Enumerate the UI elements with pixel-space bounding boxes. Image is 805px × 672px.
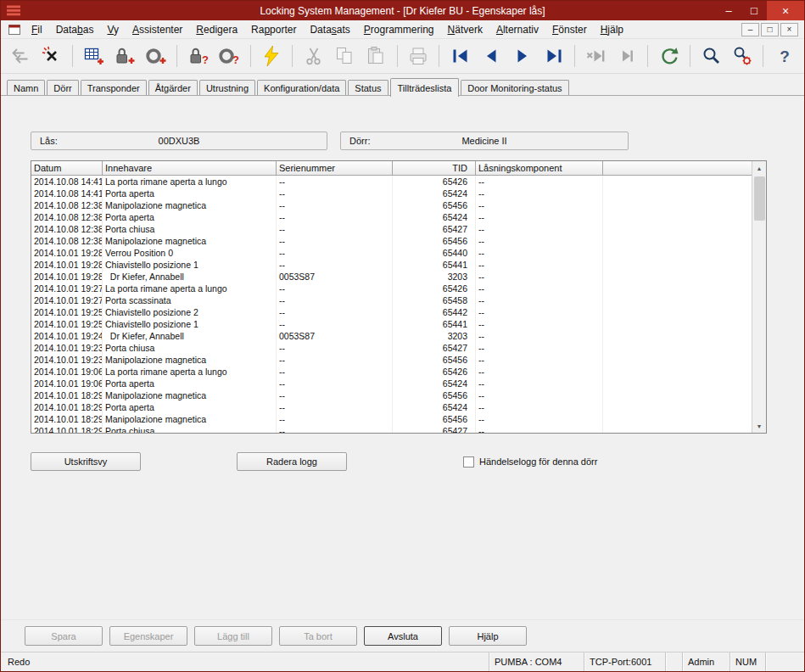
refresh-icon[interactable] <box>656 43 682 70</box>
cell-serienummer: -- <box>277 354 393 366</box>
table-row[interactable]: 2014.10.01 18:29Manipolazione magnetica-… <box>31 389 753 401</box>
read-lock-icon[interactable]: ? <box>185 43 211 70</box>
cell-serienummer: -- <box>277 199 393 211</box>
toolbar-separator <box>647 45 648 67</box>
tab-strip: NamnDörrTransponderÅtgärderUtrustningKon… <box>1 74 804 96</box>
vertical-scrollbar[interactable]: ▲ ▼ <box>752 161 766 433</box>
column-header-innehavare[interactable]: Innehavare <box>103 161 277 176</box>
table-row[interactable]: 2014.10.08 12:38Porta chiusa--65427-- <box>31 223 753 235</box>
nav-next-icon[interactable] <box>510 43 536 70</box>
menu-databas[interactable]: Databas <box>49 21 101 38</box>
nav-first-icon[interactable] <box>447 43 473 70</box>
field-row: Lås: 00DXU3B Dörr: Medicine II <box>1 96 804 150</box>
tab-transponder[interactable]: Transponder <box>81 80 147 96</box>
table-row[interactable]: 2014.10.08 12:38Porta aperta--65424-- <box>31 211 753 223</box>
clear-log-button[interactable]: Radera logg <box>237 452 347 471</box>
tab-utrustning[interactable]: Utrustning <box>199 80 255 96</box>
child-restore-button[interactable]: □ <box>761 23 779 36</box>
column-header-lasningskomponent[interactable]: Låsningskomponent <box>476 161 603 176</box>
menu-vy[interactable]: Vy <box>100 21 126 38</box>
table-row[interactable]: 2014.10.01 19:25Chiavistello posizione 2… <box>31 306 753 318</box>
cell-tid: 65441 <box>393 259 476 271</box>
table-row[interactable]: 2014.10.01 18:29Porta aperta--65424-- <box>31 401 753 413</box>
menu-redigera[interactable]: Redigera <box>189 21 244 38</box>
scroll-thumb[interactable] <box>754 176 765 221</box>
menu-natverk[interactable]: Nätverk <box>441 21 489 38</box>
menu-programmering[interactable]: Programmering <box>357 21 441 38</box>
menu-fil[interactable]: Fil <box>25 21 49 38</box>
tab-door-monitoring-status[interactable]: Door Monitoring-status <box>461 80 568 96</box>
column-header-tid[interactable]: TID <box>393 161 476 176</box>
table-row[interactable]: 2014.10.08 12:38Manipolazione magnetica-… <box>31 199 753 211</box>
tab-status[interactable]: Status <box>348 80 388 96</box>
tab-konfiguration-data[interactable]: Konfiguration/data <box>257 80 346 96</box>
column-header-blank[interactable] <box>603 161 753 176</box>
tab-dorr[interactable]: Dörr <box>47 80 78 96</box>
table-row[interactable]: 2014.10.01 19:28Verrou Position 0--65440… <box>31 247 753 259</box>
maximize-button[interactable]: □ <box>741 1 767 20</box>
cell-blank <box>603 199 753 211</box>
close-button[interactable]: × <box>767 1 804 20</box>
table-row[interactable]: 2014.10.01 19:27La porta rimane aperta a… <box>31 283 753 294</box>
add-transponder-icon[interactable] <box>143 43 170 70</box>
table-row[interactable]: 2014.10.01 19:27Porta scassinata--65458-… <box>31 294 753 306</box>
child-window-icon[interactable] <box>8 25 20 35</box>
toolbar-separator <box>574 45 575 67</box>
cell-innehavare: Porta aperta <box>103 188 277 199</box>
menu-assistenter[interactable]: Assistenter <box>126 21 189 38</box>
cell-lasningskomponent: -- <box>476 223 603 235</box>
program-icon[interactable] <box>259 43 285 70</box>
cell-tid: 65424 <box>393 401 476 413</box>
cell-innehavare: Porta aperta <box>103 378 277 389</box>
event-log-checkbox[interactable] <box>463 456 474 468</box>
add-lock-icon[interactable] <box>112 43 138 70</box>
table-row[interactable]: 2014.10.01 18:29Manipolazione magnetica-… <box>31 413 753 425</box>
column-header-serienummer[interactable]: Serienummer <box>277 161 393 176</box>
child-minimize-button[interactable]: – <box>741 23 759 36</box>
table-row[interactable]: 2014.10.01 19:24 Dr Kiefer, Annabell0053… <box>31 330 753 342</box>
table-row[interactable]: 2014.10.01 19:23Porta chiusa--65427-- <box>31 342 753 354</box>
filter-icon[interactable] <box>730 43 756 70</box>
table-row[interactable]: 2014.10.01 19:28Chiavistello posizione 1… <box>31 259 753 271</box>
table-row[interactable]: 2014.10.01 19:25Chiavistello posizione 1… <box>31 318 753 330</box>
tab-tilltradeslista[interactable]: Tillträdeslista <box>390 78 460 97</box>
table-row[interactable]: 2014.10.08 12:38Manipolazione magnetica-… <box>31 235 753 247</box>
table-row[interactable]: 2014.10.01 19:28 Dr Kiefer, Annabell0053… <box>31 271 753 283</box>
table-row[interactable]: 2014.10.08 14:41La porta rimane aperta a… <box>31 176 753 188</box>
sync-icon <box>8 43 34 70</box>
menu-alternativ[interactable]: Alternativ <box>489 21 545 38</box>
minimize-button[interactable]: – <box>716 1 741 20</box>
table-row[interactable]: 2014.10.01 19:06Porta aperta--65424-- <box>31 378 753 389</box>
scroll-down-icon[interactable]: ▼ <box>752 419 766 433</box>
nav-last-icon[interactable] <box>540 43 567 70</box>
scroll-up-icon[interactable]: ▲ <box>752 161 766 175</box>
cell-tid: 65442 <box>393 306 476 318</box>
print-view-button[interactable]: Utskriftsvy <box>31 452 141 471</box>
cell-datum: 2014.10.08 14:41 <box>31 188 103 199</box>
cell-tid: 65427 <box>393 342 476 354</box>
cell-blank <box>603 211 753 223</box>
child-close-button[interactable]: × <box>780 23 798 36</box>
table-row[interactable]: 2014.10.01 19:06La porta rimane aperta a… <box>31 366 753 378</box>
disconnect-icon[interactable] <box>39 43 65 70</box>
toolbar-separator <box>763 45 763 67</box>
tab-namn[interactable]: Namn <box>7 80 45 96</box>
menu-hjalp[interactable]: Hjälp <box>594 21 630 38</box>
column-header-datum[interactable]: Datum <box>31 161 103 176</box>
table-row[interactable]: 2014.10.01 19:23Manipolazione magnetica-… <box>31 354 753 366</box>
list-actions-row: Utskriftsvy Radera logg Händelselogg för… <box>1 452 804 471</box>
table-row[interactable]: 2014.10.01 18:29Porta chiusa--65427-- <box>31 425 753 434</box>
nav-prev-icon[interactable] <box>478 43 505 70</box>
cell-tid: 65458 <box>393 294 476 306</box>
avsluta-button[interactable]: Avsluta <box>364 626 442 646</box>
hjalp-button[interactable]: Hjälp <box>449 626 527 646</box>
menu-datasats[interactable]: Datasats <box>303 21 356 38</box>
tab-atgarder[interactable]: Åtgärder <box>148 80 198 96</box>
search-icon[interactable] <box>698 43 724 70</box>
table-row[interactable]: 2014.10.08 14:41Porta aperta--65424-- <box>31 188 753 199</box>
menu-fonster[interactable]: Fönster <box>545 21 594 38</box>
help-icon[interactable]: ? <box>771 43 797 70</box>
new-locking-plan-icon[interactable] <box>81 43 107 70</box>
read-transponder-icon[interactable]: ? <box>216 43 243 70</box>
menu-rapporter[interactable]: Rapporter <box>244 21 303 38</box>
